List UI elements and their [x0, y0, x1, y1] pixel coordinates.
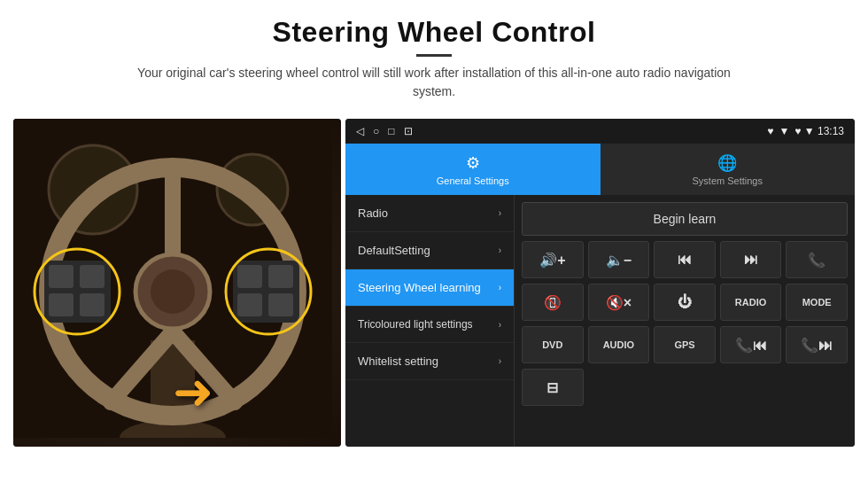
tab-system[interactable]: 🌐 System Settings [601, 144, 856, 195]
tab-general-label: General Settings [437, 175, 509, 186]
controls-row4: ⊟ [522, 369, 848, 406]
phone-hangup-icon: 📵 [544, 294, 562, 311]
menu-item-tricoloured[interactable]: Tricoloured light settings › [345, 307, 514, 343]
clock: ♥ ▼ 13:13 [794, 125, 844, 137]
steering-wheel-image: ➜ [13, 119, 341, 447]
tablet-screen: ◁ ○ □ ⊡ ♥ ▼ ♥ ▼ 13:13 ⚙ General Settings… [345, 119, 855, 447]
menu-controls-area: Radio › DefaultSetting › Steering Wheel … [345, 195, 855, 447]
mode-button[interactable]: MODE [786, 284, 848, 321]
svg-rect-20 [268, 293, 293, 316]
phone-hangup-button[interactable]: 📵 [522, 284, 584, 321]
vol-down-button[interactable]: 🔈− [588, 241, 650, 278]
general-settings-icon: ⚙ [466, 153, 480, 173]
power-button[interactable]: ⏻ [654, 284, 716, 321]
location-icon: ♥ [767, 125, 773, 137]
menu-item-radio[interactable]: Radio › [345, 195, 514, 232]
vol-up-button[interactable]: 🔊+ [522, 241, 584, 278]
phone-next-icon: 📞⏭ [801, 337, 833, 354]
vol-down-icon: 🔈− [606, 252, 632, 269]
tab-system-label: System Settings [693, 175, 763, 186]
vol-up-icon: 🔊+ [539, 252, 565, 269]
page-title: Steering Wheel Control [18, 16, 850, 49]
phone-answer-icon: 📞 [808, 252, 825, 269]
gps-label: GPS [674, 339, 694, 350]
phone-prev-button[interactable]: 📞⏮ [720, 326, 782, 363]
special-icon: ⊟ [546, 379, 558, 396]
mute-button[interactable]: 🔇× [588, 284, 650, 321]
dvd-button[interactable]: DVD [522, 326, 584, 363]
begin-learn-button[interactable]: Begin learn [522, 202, 848, 236]
main-content: ➜ ◁ ○ □ ⊡ ♥ ▼ ♥ ▼ 13:13 ⚙ General Settin… [13, 119, 855, 447]
menu-radio-label: Radio [358, 206, 388, 220]
svg-rect-17 [237, 265, 262, 288]
menu-item-steering[interactable]: Steering Wheel learning › [345, 269, 514, 307]
next-track-icon: ⏭ [744, 252, 758, 268]
wifi-icon: ▼ [779, 125, 789, 137]
dvd-label: DVD [542, 339, 562, 350]
next-track-button[interactable]: ⏭ [720, 241, 782, 278]
svg-rect-15 [80, 293, 105, 316]
nav-icons: ◁ ○ □ ⊡ [356, 125, 413, 137]
header-divider [416, 54, 452, 57]
svg-rect-19 [237, 293, 262, 316]
svg-rect-14 [49, 293, 74, 316]
gps-button[interactable]: GPS [654, 326, 716, 363]
controls-row1: 🔊+ 🔈− ⏮ ⏭ 📞 [522, 241, 848, 278]
home-icon: ○ [373, 125, 379, 137]
menu-steering-label: Steering Wheel learning [358, 281, 481, 294]
menu-item-whitelist[interactable]: Whitelist setting › [345, 343, 514, 380]
phone-prev-icon: 📞⏮ [735, 337, 767, 354]
audio-label: AUDIO [603, 339, 634, 350]
tab-general[interactable]: ⚙ General Settings [345, 144, 601, 195]
prev-track-button[interactable]: ⏮ [654, 241, 716, 278]
mode-label: MODE [802, 297, 832, 308]
status-bar: ◁ ○ □ ⊡ ♥ ▼ ♥ ▼ 13:13 [345, 119, 855, 144]
phone-answer-button[interactable]: 📞 [786, 241, 848, 278]
svg-rect-13 [80, 265, 105, 288]
audio-button[interactable]: AUDIO [588, 326, 650, 363]
controls-row2: 📵 🔇× ⏻ RADIO MODE [522, 284, 848, 321]
special-button[interactable]: ⊟ [522, 369, 584, 406]
menu-default-label: DefaultSetting [358, 244, 430, 257]
menu-whitelist-label: Whitelist setting [358, 354, 438, 368]
recents-icon: □ [388, 125, 394, 137]
header: Steering Wheel Control Your original car… [0, 0, 868, 110]
power-icon: ⏻ [678, 294, 692, 310]
chevron-tricoloured-icon: › [499, 320, 501, 330]
radio-label: RADIO [735, 297, 766, 308]
right-controls: Begin learn 🔊+ 🔈− ⏮ ⏭ [514, 195, 855, 447]
phone-next-button[interactable]: 📞⏭ [786, 326, 848, 363]
menu-icon: ⊡ [404, 125, 413, 137]
system-settings-icon: 🌐 [717, 153, 737, 173]
status-right: ♥ ▼ ♥ ▼ 13:13 [767, 125, 844, 137]
mute-icon: 🔇× [606, 294, 632, 311]
header-subtitle: Your original car's steering wheel contr… [124, 64, 744, 101]
controls-row3: DVD AUDIO GPS 📞⏮ 📞⏭ [522, 326, 848, 363]
left-menu: Radio › DefaultSetting › Steering Wheel … [345, 195, 514, 447]
menu-item-default[interactable]: DefaultSetting › [345, 232, 514, 269]
back-icon: ◁ [356, 125, 364, 137]
prev-track-icon: ⏮ [678, 252, 692, 268]
chevron-default-icon: › [499, 245, 501, 255]
svg-rect-18 [268, 265, 293, 288]
tab-bar: ⚙ General Settings 🌐 System Settings [345, 144, 855, 195]
chevron-whitelist-icon: › [499, 356, 501, 366]
menu-tricoloured-label: Tricoloured light settings [358, 318, 473, 331]
chevron-steering-icon: › [499, 283, 501, 292]
chevron-radio-icon: › [499, 208, 501, 218]
radio-button[interactable]: RADIO [720, 284, 782, 321]
begin-learn-row: Begin learn [522, 202, 848, 236]
svg-point-10 [151, 269, 195, 314]
svg-rect-12 [49, 265, 74, 288]
